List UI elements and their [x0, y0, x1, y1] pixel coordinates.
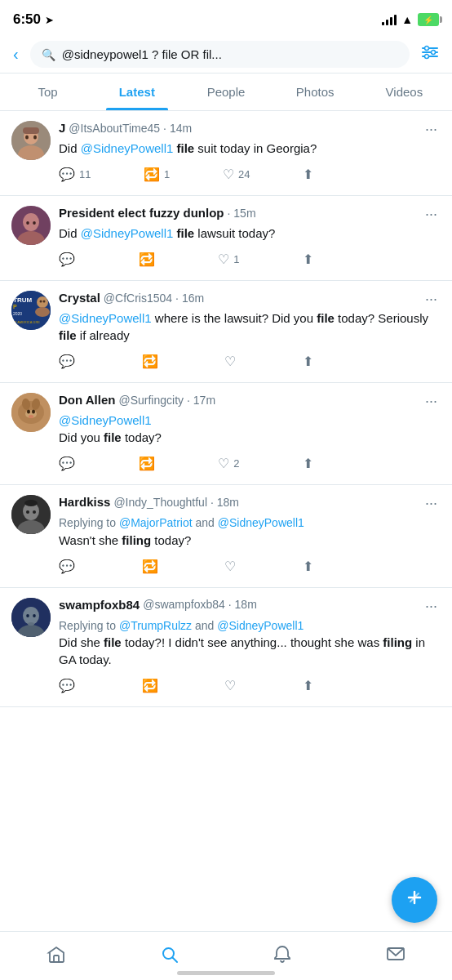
- reply-button[interactable]: 💬 11: [59, 163, 97, 185]
- list-item[interactable]: TRUM P 2020 EP AMERICA GRE Crystal @CfCr…: [0, 281, 452, 383]
- retweet-icon: 🔁: [142, 354, 158, 369]
- tab-people[interactable]: People: [181, 74, 270, 110]
- status-time: 6:50: [13, 11, 41, 28]
- retweet-icon: 🔁: [142, 678, 158, 693]
- status-bar: 6:50 ➤ ▲ ⚡: [0, 0, 452, 36]
- tweet-actions: 💬 🔁 ♡ 2 ⬆: [59, 452, 320, 474]
- share-button[interactable]: ⬆: [303, 248, 320, 270]
- back-button[interactable]: ‹: [10, 42, 22, 67]
- like-button[interactable]: ♡ 24: [223, 163, 256, 185]
- share-icon: ⬆: [303, 252, 313, 267]
- svg-point-43: [26, 614, 29, 617]
- svg-point-44: [33, 614, 36, 617]
- retweet-button[interactable]: 🔁: [142, 555, 165, 577]
- tweet-handle: @Indy_Thoughtful: [113, 496, 207, 509]
- retweet-button[interactable]: 🔁: [139, 452, 162, 474]
- mention[interactable]: @SidneyPowell1: [59, 311, 152, 325]
- reply-button[interactable]: 💬: [59, 555, 82, 577]
- list-item[interactable]: J @ItsAboutTime45 · 14m ··· Did @SidneyP…: [0, 111, 452, 196]
- more-button[interactable]: ···: [422, 206, 441, 223]
- tweet-list: J @ItsAboutTime45 · 14m ··· Did @SidneyP…: [0, 111, 452, 764]
- search-bar: ‹ 🔍 @sidneypowel1 ? file OR fil...: [0, 36, 452, 74]
- retweet-icon: 🔁: [139, 252, 155, 267]
- retweet-button[interactable]: 🔁: [142, 675, 165, 697]
- list-item[interactable]: President elect fuzzy dunlop · 15m ··· D…: [0, 196, 452, 281]
- share-button[interactable]: ⬆: [303, 350, 320, 372]
- tweet-actions: 💬 🔁 ♡ ⬆: [59, 555, 320, 577]
- compose-button[interactable]: [392, 877, 437, 923]
- like-button[interactable]: ♡: [224, 555, 242, 577]
- reply-button[interactable]: 💬: [59, 350, 82, 372]
- retweet-icon: 🔁: [139, 456, 155, 471]
- svg-point-41: [23, 607, 39, 625]
- tab-photos[interactable]: Photos: [271, 74, 360, 110]
- tab-top[interactable]: Top: [3, 74, 92, 110]
- like-button[interactable]: ♡ 1: [218, 248, 246, 270]
- heart-icon: ♡: [224, 559, 236, 574]
- tweet-text: Did @SidneyPowell1 file suit today in Ge…: [59, 140, 441, 157]
- svg-point-32: [32, 410, 35, 414]
- share-button[interactable]: ⬆: [303, 163, 320, 185]
- share-button[interactable]: ⬆: [303, 675, 320, 697]
- filter-button[interactable]: [418, 42, 442, 67]
- more-button[interactable]: ···: [422, 291, 441, 308]
- share-icon: ⬆: [303, 354, 313, 369]
- share-icon: ⬆: [303, 456, 313, 471]
- retweet-button[interactable]: 🔁: [142, 350, 165, 372]
- svg-rect-9: [23, 127, 39, 134]
- mention[interactable]: @SidneyPowell1: [81, 141, 174, 155]
- tweet-content: J @ItsAboutTime45 · 14m ··· Did @SidneyP…: [59, 121, 441, 185]
- nav-messages[interactable]: [373, 940, 419, 969]
- signal-icon: [382, 14, 397, 25]
- avatar: [11, 206, 51, 245]
- search-input-wrapper[interactable]: 🔍 @sidneypowel1 ? file OR fil...: [30, 41, 410, 68]
- status-icons: ▲ ⚡: [382, 13, 439, 26]
- tweet-handle: @Surfingcity: [118, 394, 184, 407]
- like-button[interactable]: ♡: [224, 350, 242, 372]
- tweet-text: Replying to @MajorPatriot and @SidneyPow…: [59, 514, 441, 549]
- tab-latest[interactable]: Latest: [92, 74, 181, 110]
- more-button[interactable]: ···: [422, 393, 441, 410]
- tweet-header: Don Allen @Surfingcity · 17m ···: [59, 393, 441, 410]
- like-button[interactable]: ♡: [224, 675, 242, 697]
- tweet-actions: 💬 🔁 ♡ ⬆: [59, 350, 320, 372]
- tweet-content: swampfoxb84 @swampfoxb84 · 18m ··· Reply…: [59, 598, 441, 697]
- more-button[interactable]: ···: [422, 121, 441, 138]
- mention[interactable]: @SidneyPowell1: [59, 413, 152, 427]
- nav-home[interactable]: [33, 940, 79, 969]
- tweet-content: Crystal @CfCris1504 · 16m ··· @SidneyPow…: [59, 291, 441, 372]
- reply-icon: 💬: [59, 252, 75, 267]
- tweet-text: @SidneyPowell1 Did you file today?: [59, 412, 441, 446]
- svg-point-3: [425, 47, 429, 51]
- avatar: [11, 121, 51, 160]
- retweet-button[interactable]: 🔁 1: [144, 163, 176, 185]
- tweet-header: swampfoxb84 @swampfoxb84 · 18m ···: [59, 598, 441, 615]
- nav-search[interactable]: [147, 940, 193, 969]
- tweet-time: · 16m: [175, 292, 204, 305]
- tab-videos[interactable]: Videos: [360, 74, 449, 110]
- share-button[interactable]: ⬆: [303, 555, 320, 577]
- tweet-actions: 💬 🔁 ♡ ⬆: [59, 675, 320, 697]
- list-item[interactable]: swampfoxb84 @swampfoxb84 · 18m ··· Reply…: [0, 588, 452, 708]
- tweet-handle: @CfCris1504: [104, 292, 172, 305]
- reply-button[interactable]: 💬: [59, 452, 82, 474]
- tweet-name: Crystal: [59, 291, 100, 305]
- tweet-time: · 15m: [228, 207, 256, 220]
- tweet-handle: @ItsAboutTime45: [69, 122, 160, 135]
- more-button[interactable]: ···: [422, 598, 441, 615]
- share-button[interactable]: ⬆: [303, 452, 320, 474]
- tweet-name: Hardkiss: [59, 495, 110, 509]
- list-item[interactable]: Hardkiss @Indy_Thoughtful · 18m ··· Repl…: [0, 485, 452, 588]
- svg-point-33: [29, 415, 33, 418]
- more-button[interactable]: ···: [422, 495, 441, 512]
- tweet-header: President elect fuzzy dunlop · 15m ···: [59, 206, 441, 223]
- like-button[interactable]: ♡ 2: [218, 452, 246, 474]
- heart-icon: ♡: [218, 456, 229, 471]
- nav-notifications[interactable]: [259, 940, 305, 969]
- list-item[interactable]: Don Allen @Surfingcity · 17m ··· @Sidney…: [0, 383, 452, 485]
- reply-button[interactable]: 💬: [59, 248, 82, 270]
- share-icon: ⬆: [303, 167, 313, 182]
- reply-button[interactable]: 💬: [59, 675, 82, 697]
- mention[interactable]: @SidneyPowell1: [81, 226, 174, 240]
- retweet-button[interactable]: 🔁: [139, 248, 162, 270]
